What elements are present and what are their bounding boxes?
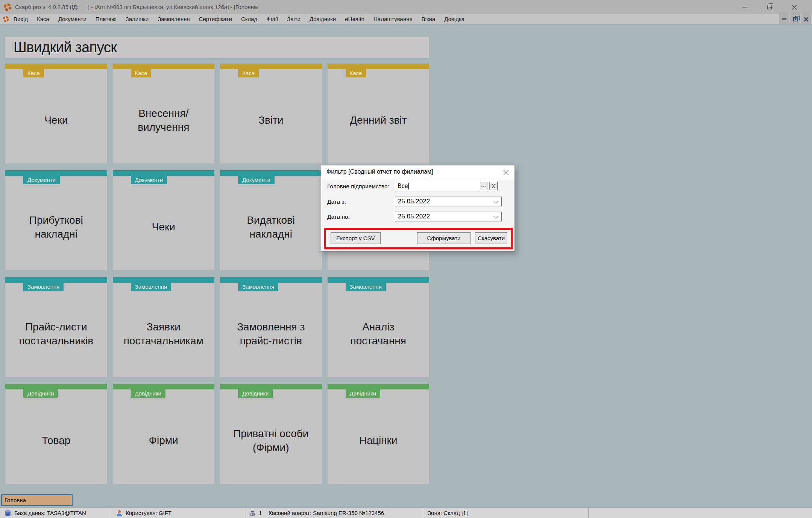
clear-button[interactable]: X [489, 182, 498, 190]
close-icon [804, 17, 809, 22]
tile-category-bar [5, 170, 107, 176]
tile-label: Фірми [113, 398, 215, 484]
dialog-close-button[interactable] [502, 168, 510, 176]
menu-item-1[interactable]: Каса [32, 16, 54, 22]
date-from-select[interactable]: 25.05.2022 [395, 197, 502, 206]
cash-register-icon [249, 510, 256, 516]
status-text: Зона: Склад [1] [428, 510, 468, 516]
menu-item-8[interactable]: Філії [262, 16, 282, 22]
text-caret [408, 183, 409, 189]
tile-category-tag: Замовлення [131, 283, 171, 291]
date-to-label: Дата по: [327, 214, 350, 220]
menu-item-9[interactable]: Звіти [282, 16, 305, 22]
menu-item-5[interactable]: Замовлення [153, 16, 194, 22]
quick-launch-tile[interactable]: Довідники Націнки [328, 384, 430, 484]
mdi-close-button[interactable] [801, 14, 811, 24]
quick-launch-tile[interactable]: Каса Звіти [220, 64, 322, 164]
menu-item-0[interactable]: Вихід [9, 16, 32, 22]
quick-launch-tile[interactable]: Замовлення Прайс-листи постачальників [5, 277, 107, 377]
menu-item-3[interactable]: Платежі [91, 16, 121, 22]
tile-category-tag: Довідники [131, 389, 165, 398]
date-to-value: 25.05.2022 [398, 213, 430, 220]
page-title: Швидкий запуск [14, 39, 117, 56]
quick-launch-tile[interactable]: Документи Чеки [113, 170, 215, 270]
quick-launch-tile[interactable]: Каса Чеки [5, 64, 107, 164]
quick-launch-tile[interactable]: Каса Внесення/вилучення [113, 64, 215, 164]
dialog-title: Фильтр [Сводный отчет по филиалам] [321, 165, 515, 178]
quick-launch-tile[interactable]: Замовлення Аналіз постачання [328, 277, 430, 377]
tile-category-bar [328, 277, 430, 283]
tile-category-bar [113, 277, 215, 283]
tile-label: Замовлення з прайс-листів [220, 291, 322, 377]
cancel-button[interactable]: Скасувати [475, 232, 507, 244]
tile-category-tag: Замовлення [23, 283, 64, 291]
tile-label: Товар [5, 398, 107, 484]
tile-label: Приватні особи (Фірми) [220, 398, 322, 484]
menu-item-6[interactable]: Сертифікати [194, 16, 237, 22]
quick-launch-header: Швидкий запуск [5, 37, 429, 58]
status-text: Користувач: GIFT [126, 510, 172, 516]
menu-item-2[interactable]: Документи [54, 16, 91, 22]
status-text: База даних: TASA3@TITAN [14, 510, 86, 516]
menu-item-13[interactable]: Вікна [417, 16, 440, 22]
lookup-button[interactable]: ··· [480, 182, 487, 190]
tab-holovna[interactable]: Головна [1, 494, 73, 506]
status-item: Зона: Склад [1] [423, 508, 589, 518]
tile-label: Звіти [220, 77, 322, 164]
menu-item-12[interactable]: Налаштування [369, 16, 417, 22]
chevron-down-icon [493, 199, 498, 204]
restore-icon [767, 5, 772, 9]
close-icon [504, 170, 509, 175]
window-minimize-button[interactable] [732, 0, 757, 14]
quick-launch-tile[interactable]: Документи Видаткові накладні [220, 170, 322, 270]
window-controls [732, 0, 807, 14]
window-restore-button[interactable] [757, 0, 782, 14]
quick-launch-tile[interactable]: Каса Денний звіт [328, 64, 430, 164]
tile-category-tag: Довідники [238, 389, 273, 398]
tile-category-bar [220, 170, 322, 176]
date-from-value: 25.05.2022 [398, 198, 430, 205]
menu-item-7[interactable]: Склад [237, 16, 262, 22]
minimize-icon [742, 7, 747, 8]
close-icon [792, 5, 797, 10]
tile-category-tag: Довідники [23, 389, 58, 398]
menu-items: ВихідКасаДокументиПлатежіЗалишкиЗамовлен… [9, 16, 469, 22]
generate-button[interactable]: Сформувати [417, 232, 471, 244]
date-from-label: Дата з: [327, 198, 346, 205]
quick-launch-tile[interactable]: Замовлення Замовлення з прайс-листів [220, 277, 322, 377]
status-item: Користувач: GIFT [111, 508, 246, 518]
tile-label: Заявки постачальникам [113, 291, 215, 377]
menu-item-10[interactable]: Довідники [305, 16, 340, 22]
mdi-minimize-button[interactable] [779, 14, 789, 24]
quick-launch-tile[interactable]: Довідники Приватні особи (Фірми) [220, 384, 322, 484]
tile-category-tag: Довідники [346, 389, 380, 398]
quick-launch-tile[interactable]: Документи Прибуткові накладні [5, 170, 107, 270]
mdi-restore-button[interactable] [790, 14, 800, 24]
menu-item-14[interactable]: Довідка [440, 16, 469, 22]
window-close-button[interactable] [782, 0, 807, 14]
tile-category-tag: Каса [131, 69, 152, 77]
minimize-icon [782, 18, 786, 20]
quick-launch-tile[interactable]: Замовлення Заявки постачальникам [113, 277, 215, 377]
tile-label: Денний звіт [328, 77, 430, 164]
menu-item-11[interactable]: eHealth [340, 16, 369, 22]
menu-bar: ВихідКасаДокументиПлатежіЗалишкиЗамовлен… [0, 14, 812, 24]
quick-launch-tile[interactable]: Довідники Фірми [113, 384, 215, 484]
status-text: Касовий апарат: Samsung ER-350 №123456 [269, 510, 384, 516]
menu-item-4[interactable]: Залишки [121, 16, 153, 22]
tile-category-bar [328, 384, 430, 389]
mdi-window-controls [779, 14, 811, 24]
window-titlebar: Скарб pro v. 4.0.2.85 [ІД: ] - [Апт №003… [0, 0, 812, 14]
tile-category-tag: Документи [238, 176, 275, 184]
date-to-select[interactable]: 25.05.2022 [395, 212, 502, 221]
quick-launch-grid: Каса Чеки Каса Внесення/вилучення Каса З… [5, 64, 429, 484]
tile-category-bar [220, 64, 322, 69]
tile-label: Прибуткові накладні [5, 184, 107, 270]
tile-label: Чеки [5, 77, 107, 164]
export-csv-button[interactable]: Експорт у CSV [331, 232, 381, 244]
tile-category-bar [113, 384, 215, 389]
tile-category-bar [328, 64, 430, 69]
quick-launch-tile[interactable]: Довідники Товар [5, 384, 107, 484]
tile-category-tag: Каса [238, 69, 259, 77]
window-title: Скарб pro v. 4.0.2.85 [ІД: ] - [Апт №003… [15, 4, 258, 10]
